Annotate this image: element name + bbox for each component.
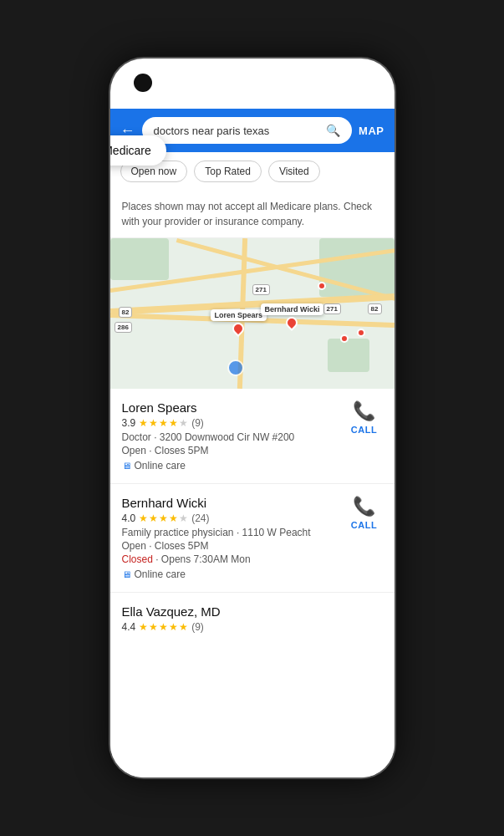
phone-icon-bernhard: 📞 <box>353 496 375 517</box>
call-label-loren: CALL <box>351 425 377 435</box>
star-1: ★ <box>139 417 148 429</box>
road-shield-271b: 271 <box>323 303 341 314</box>
star-3: ★ <box>159 621 168 633</box>
online-care-row-bernhard: 🖥 Online care <box>122 568 338 580</box>
star-2: ★ <box>149 621 158 633</box>
listing-item-ella-vazquez: Ella Vazquez, MD 4.4 ★ ★ ★ ★ ★ (9) <box>110 593 395 642</box>
road-shield-82: 82 <box>119 307 133 318</box>
star-4: ★ <box>169 512 178 524</box>
medicare-notice: Places shown may not accept all Medicare… <box>110 191 395 238</box>
map-pin-small-1[interactable] <box>318 282 326 290</box>
star-4: ★ <box>169 621 178 633</box>
pin-dot-small-2 <box>357 329 365 337</box>
road-shield-82-right: 82 <box>368 303 382 314</box>
call-button-bernhard[interactable]: 📞 CALL <box>346 496 383 530</box>
rating-num-bernhard: 4.0 <box>122 512 136 524</box>
listing-detail2-bernhard: Open · Closes 5PM <box>122 540 338 552</box>
road-shield-286: 286 <box>115 322 132 333</box>
stars-loren: ★ ★ ★ ★ ★ <box>139 417 188 429</box>
star-3: ★ <box>159 417 168 429</box>
map-pin-small-2[interactable] <box>357 329 365 337</box>
star-half: ★ <box>169 417 178 429</box>
pin-label-bernhard: Bernhard Wicki <box>261 303 324 315</box>
road-shield-271: 271 <box>252 284 270 295</box>
review-count-ella: (9) <box>191 621 204 633</box>
pin-dot-small-3 <box>340 334 349 343</box>
rating-num-ella: 4.4 <box>122 621 136 633</box>
map-area[interactable]: 82 271 271 82 286 Loren Spears Bernhard … <box>110 238 395 389</box>
opens-text-bernhard: · Opens 7:30AM Mon <box>155 553 250 565</box>
listing-item-bernhard-wicki: Bernhard Wicki 4.0 ★ ★ ★ ★ ★ (24) Family… <box>110 484 395 593</box>
stars-ella: ★ ★ ★ ★ ★ <box>139 621 188 633</box>
map-location-dot <box>227 359 244 376</box>
pin-dot-bernhard <box>284 314 301 331</box>
star-1: ★ <box>139 621 148 633</box>
map-green-patch <box>110 238 169 280</box>
star-3: ★ <box>159 512 168 524</box>
listing-closed-bernhard: Closed · Opens 7:30AM Mon <box>122 553 338 565</box>
pin-label-loren: Loren Spears <box>211 309 267 321</box>
listing-detail1-bernhard: Family practice physician · 1110 W Peach… <box>122 527 338 538</box>
listing-name-ella[interactable]: Ella Vazquez, MD <box>122 604 383 619</box>
listing-info-ella: Ella Vazquez, MD 4.4 ★ ★ ★ ★ ★ (9) <box>122 604 383 635</box>
stars-bernhard: ★ ★ ★ ★ ★ <box>139 512 188 524</box>
star-half: ★ <box>179 621 188 633</box>
online-care-text-loren: Online care <box>135 460 186 472</box>
closed-text-bernhard: Closed <box>122 553 153 565</box>
search-icon: 🔍 <box>326 124 340 137</box>
map-green-patch <box>328 339 369 372</box>
monitor-icon-loren: 🖥 <box>122 461 131 471</box>
medicare-bubble-text: Accepts Medicare <box>110 144 151 157</box>
listing-detail2-loren: Open · Closes 5PM <box>122 445 338 456</box>
online-care-row-loren: 🖥 Online care <box>122 460 338 472</box>
rating-row-loren: 3.9 ★ ★ ★ ★ ★ (9) <box>122 417 338 429</box>
map-pin-bernhard-wicki[interactable]: Bernhard Wicki <box>261 303 324 329</box>
rating-row-bernhard: 4.0 ★ ★ ★ ★ ★ (24) <box>122 512 338 524</box>
listing-info-loren: Loren Spears 3.9 ★ ★ ★ ★ ★ (9) Doctor · … <box>122 400 338 472</box>
rating-num-loren: 3.9 <box>122 417 136 429</box>
map-background: 82 271 271 82 286 Loren Spears Bernhard … <box>110 238 395 389</box>
map-button[interactable]: MAP <box>359 125 384 137</box>
online-care-text-bernhard: Online care <box>135 568 186 580</box>
phone-device: Accepts Medicare ← doctors near paris te… <box>110 59 395 777</box>
map-pin-loren-spears[interactable]: Loren Spears <box>211 309 267 334</box>
phone-icon-loren: 📞 <box>353 400 375 422</box>
call-label-bernhard: CALL <box>351 520 377 530</box>
listing-item-loren-spears: Loren Spears 3.9 ★ ★ ★ ★ ★ (9) Doctor · … <box>110 389 395 484</box>
star-2: ★ <box>149 512 158 524</box>
phone-screen: ← doctors near paris texas 🔍 MAP Open no… <box>110 109 395 777</box>
listing-name-loren[interactable]: Loren Spears <box>122 400 338 415</box>
call-button-loren[interactable]: 📞 CALL <box>346 400 383 435</box>
listing-info-bernhard: Bernhard Wicki 4.0 ★ ★ ★ ★ ★ (24) Family… <box>122 496 338 580</box>
listing-detail1-loren: Doctor · 3200 Downwood Cir NW #200 <box>122 431 338 443</box>
filter-chip-top-rated[interactable]: Top Rated <box>194 161 262 182</box>
pin-dot-small-1 <box>318 282 326 290</box>
review-count-loren: (9) <box>191 417 204 429</box>
listing-name-bernhard[interactable]: Bernhard Wicki <box>122 496 338 510</box>
review-count-bernhard: (24) <box>191 512 209 524</box>
filter-chip-visited[interactable]: Visited <box>268 161 320 182</box>
rating-row-ella: 4.4 ★ ★ ★ ★ ★ (9) <box>122 621 383 633</box>
search-input-box[interactable]: doctors near paris texas 🔍 <box>142 117 353 144</box>
monitor-icon-bernhard: 🖥 <box>122 569 131 579</box>
map-pin-small-3[interactable] <box>340 334 349 343</box>
medicare-notice-text: Places shown may not accept all Medicare… <box>122 201 372 227</box>
accepts-medicare-bubble: Accepts Medicare <box>110 135 166 166</box>
star-1: ★ <box>139 512 148 524</box>
star-2: ★ <box>149 417 158 429</box>
search-query-text: doctors near paris texas <box>154 125 270 137</box>
phone-camera <box>134 74 152 92</box>
pin-dot-loren <box>230 320 247 337</box>
star-empty: ★ <box>179 512 188 524</box>
star-empty: ★ <box>179 417 188 429</box>
